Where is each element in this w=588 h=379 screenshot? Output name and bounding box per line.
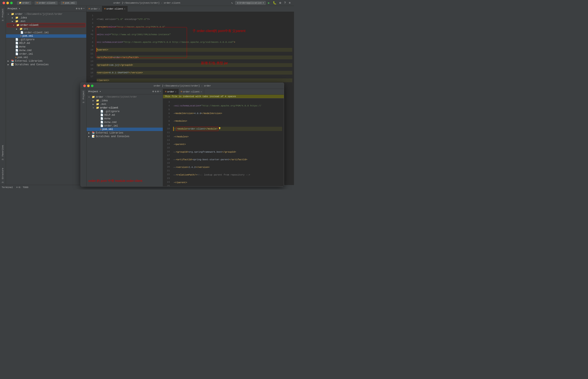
bottom-arrow-idea: ▶ [93,99,95,102]
pom-xml-root-icon: m [15,56,16,59]
orderiml-icon: 📄 [15,52,18,56]
structure-sidebar-label[interactable]: 2: Structure [2,166,4,185]
tree-item-order-iml[interactable]: 📄 order.iml [6,52,86,56]
bottom-minimize-button[interactable] [87,85,90,87]
bottom-maximize-button[interactable] [91,85,93,87]
bottom-close-button[interactable] [83,85,86,87]
run-config-icon: ⚙ [237,1,238,4]
m-icon-pom: m [63,2,64,4]
tree-item-src[interactable]: ▶ 📁 src [6,27,86,31]
tree-item-gitignore[interactable]: 📄 .gitignore [6,38,86,41]
idea-folder-icon: 📁 [15,16,18,19]
minimize-button[interactable] [6,2,9,4]
bottom-sort-icon[interactable]: ⇅ [155,90,156,93]
title-bar: 📁 order › m order-client › m pom.xml ord… [0,0,294,6]
bottom-tab-close-client[interactable]: ✕ [201,91,202,93]
bottom-ext-icon: 📚 [92,131,95,134]
order-iml-label: order.iml [19,53,33,56]
coverage-button[interactable]: ⚙ [279,1,282,5]
run-button[interactable]: ▶ [267,1,270,5]
bottom-window: order [~/Documents/jzjtest/order] - orde… [80,83,284,187]
bottom-options-icon[interactable]: ⚙ [157,90,159,93]
bottom-settings-icon[interactable]: ⚙ [152,90,154,93]
tree-root-order[interactable]: ▾ 📁 order ~/Documents/jzjtest/order [6,12,86,16]
close-button[interactable] [2,2,5,4]
tab-order[interactable]: m order ✕ [87,6,102,12]
project-panel-header: Project ▾ ⚙ ⇅ ⚙ — [6,6,86,12]
breadcrumb-tabs: 📁 order › m order-client › m pom.xml [17,1,77,5]
menu-button[interactable]: ≡ [288,1,292,5]
breadcrumb-pom[interactable]: m pom.xml [61,1,77,5]
bottom-project-sidebar-label[interactable]: 1: Project [82,89,85,105]
scratches-icon: 📝 [11,63,14,66]
bottom-tree-idea[interactable]: ▶ 📁 .idea [87,99,163,102]
scratches-label: Scratches and Consoles [15,63,48,66]
annotation-packaging-text: 新增 打包 类型 jar [201,61,228,65]
terminal-button[interactable]: Terminal [2,186,13,189]
collapse-icon[interactable]: — [83,7,85,10]
tab-order-label: order [91,8,98,10]
bottom-pom-icon: m [100,128,102,131]
tree-item-pom-xml-child[interactable]: ▶ m pom.xml [6,34,86,38]
arrow-ext: ▶ [8,60,10,62]
tab-order-client[interactable]: m order-client ✕ [102,6,128,12]
tab-close-client[interactable]: ✕ [124,8,125,10]
project-panel-title: Project ▾ [8,7,20,10]
sort-icon[interactable]: ⇅ [78,7,80,10]
tree-item-idea[interactable]: ▶ 📁 .idea [6,16,86,19]
navigation-back-icon[interactable]: ↖ [231,1,234,5]
src-label: src [24,28,28,31]
bottom-collapse-icon[interactable]: — [160,90,161,93]
bottom-tree-ext[interactable]: ▶ 📚 External Libraries [87,131,163,135]
bottom-panel-icons: ⚙ ⇅ ⚙ — [152,90,161,93]
bottom-tree-scratches[interactable]: ▶ 📝 Scratches and Consoles [87,135,163,138]
bottom-tree-gitignore[interactable]: 📄 .gitignore [87,110,163,113]
bottom-tree-root[interactable]: ▾ 📁 order ~/Documents/jzjtest/order [87,95,163,99]
bottom-tree-orderiml[interactable]: 📄 order.iml [87,124,163,128]
bottom-idea-label: .idea [100,99,108,102]
editor-tab-bar: m order ✕ m order-client ✕ [87,6,294,12]
bottom-tab-client[interactable]: m order-client ✕ [179,89,204,95]
traffic-lights [2,2,13,4]
tree-item-ext-libs[interactable]: ▶ 📚 External Libraries [6,59,86,63]
run-config-dropdown[interactable]: ⚙ OrderApplication ▾ [235,1,266,5]
breadcrumb-order[interactable]: 📁 order [17,1,31,5]
tree-item-pom-xml-root[interactable]: m pom.xml [6,56,86,59]
breadcrumb-order-client[interactable]: m order-client [34,1,58,5]
project-sidebar-label[interactable]: 1: Project [2,7,4,23]
bottom-tab-order[interactable]: m order ✕ [163,89,179,95]
bottom-ext-label: External Libraries [96,131,123,134]
tab-close-order[interactable]: ✕ [99,8,100,10]
bottom-arrow-mvn: ▶ [93,103,95,106]
iml-icon: 📄 [20,31,24,34]
debug-button[interactable]: 🐛 [272,1,277,5]
options-icon[interactable]: ⚙ [81,7,82,10]
tree-item-order-client-iml[interactable]: ▶ 📄 order-client.iml [6,31,86,34]
bottom-tree-mvnw[interactable]: 📄 mvnw [87,117,163,120]
help-icon: 📄 [15,42,18,45]
bottom-arrow-ext: ▶ [88,132,91,134]
bottom-tree-pom[interactable]: m pom.xml [87,128,163,131]
bottom-tree-help[interactable]: 📄 HELP.md [87,113,163,117]
m-icon-client: m [37,2,38,4]
ext-libs-icon: 📚 [11,59,14,63]
bottom-tree-mvnwcmd[interactable]: 📄 mvnw.cmd [87,120,163,124]
bottom-code-area: 3 4 5 6 7 8 9 10 11 12 13 14 15 16 [163,98,284,186]
settings-gear-icon[interactable]: ⚙ [76,7,77,10]
bottom-editor: m order ✕ m order-client ✕ This file is … [163,89,284,186]
help-button[interactable]: ? [283,1,287,5]
tree-item-mvn[interactable]: ▶ 📁 .mvn [6,19,86,23]
bottom-tab-close-order[interactable]: ✕ [175,91,176,93]
bottom-tree-mvn[interactable]: ▶ 📁 .mvn [87,102,163,106]
tree-item-help[interactable]: 📄 HELP.md [6,41,86,45]
tree-item-order-client[interactable]: ▾ 📁 order-client [7,23,85,27]
bottom-root-icon: 📁 [92,95,95,99]
tree-item-mvnw-cmd[interactable]: 📄 mvnw.cmd [6,48,86,52]
tree-item-scratches[interactable]: ▶ 📝 Scratches and Consoles [6,63,86,66]
favorites-sidebar-label[interactable]: 2: Favorites [2,143,4,162]
maximize-button[interactable] [10,2,13,4]
bottom-code-text[interactable]: →xsi:schemaLocation="http://maven.apache… [171,98,284,186]
bottom-tree-order-client[interactable]: ▾ 📁 order-client [87,106,163,110]
tree-item-mvnw[interactable]: 📄 mvnw [6,45,86,48]
todo-button[interactable]: ≡ 6: TODO [16,186,28,189]
